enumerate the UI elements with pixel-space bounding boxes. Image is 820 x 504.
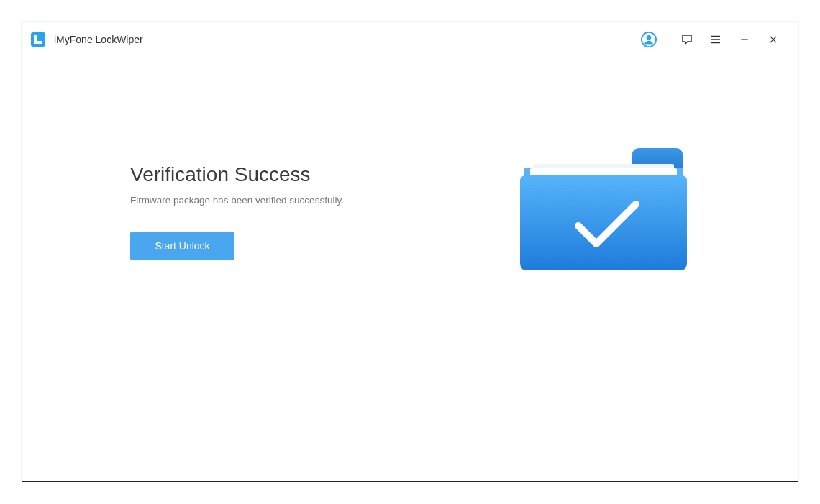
- feedback-button[interactable]: [673, 22, 701, 57]
- minimize-button[interactable]: [730, 22, 759, 57]
- window: iMyFone LockWiper: [22, 22, 798, 482]
- svg-rect-2: [34, 41, 42, 44]
- menu-button[interactable]: [701, 22, 730, 57]
- speech-bubble-icon: [680, 33, 693, 46]
- account-button[interactable]: [634, 22, 663, 57]
- left-pane: Verification Success Firmware package ha…: [130, 163, 510, 260]
- page-heading: Verification Success: [130, 163, 510, 186]
- svg-point-4: [647, 35, 651, 40]
- titlebar: iMyFone LockWiper: [22, 22, 798, 57]
- account-icon: [641, 32, 657, 47]
- close-button[interactable]: [759, 22, 788, 57]
- content-area: Verification Success Firmware package ha…: [22, 57, 798, 481]
- minimize-icon: [739, 35, 750, 45]
- start-unlock-button[interactable]: Start Unlock: [130, 232, 234, 260]
- folder-check-icon: [510, 139, 697, 283]
- svg-rect-0: [31, 32, 45, 47]
- page-subtext: Firmware package has been verified succe…: [130, 195, 510, 206]
- close-icon: [768, 35, 778, 45]
- app-title: iMyFone LockWiper: [54, 34, 143, 45]
- titlebar-divider: [668, 32, 668, 47]
- right-pane: [510, 139, 697, 283]
- app-logo-icon: [29, 31, 47, 48]
- hamburger-menu-icon: [709, 33, 722, 46]
